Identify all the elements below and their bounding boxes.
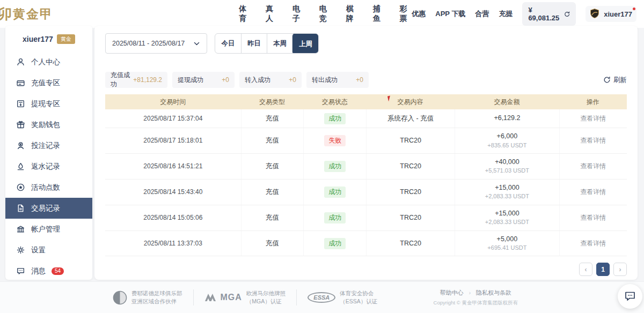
privacy-terms-link[interactable]: 隐私权与条款 [476,289,511,297]
nav-item-slots[interactable]: 电子 [292,4,305,24]
tab-last-week[interactable]: 上周 [292,33,319,54]
sidebar-item-label: 消息 [31,266,46,276]
summary-row: 充值成功 +81,129.2 提现成功 +0 转入成功 +0 转出成功 +0 刷… [105,72,627,88]
col-header-type: 交易类型 [241,94,304,109]
sidebar-item-messages[interactable]: 消息 54 [5,260,92,280]
view-details-link[interactable]: 查看详情 [580,213,606,222]
summary-value: +0 [222,76,229,84]
logo[interactable]: 卯 黄金甲 [0,5,72,24]
help-center-link[interactable]: 帮助中心 [440,289,463,297]
sidebar-item-reward-wallet[interactable]: 奖励钱包 [5,114,92,135]
view-details-link[interactable]: 查看详情 [580,136,606,145]
wallet-icon [16,78,25,87]
nav-item-fishing[interactable]: 捕鱼 [373,4,385,24]
txn-status: 失败 [303,128,366,153]
page-1-button[interactable]: 1 [596,263,610,276]
atm-icon [16,99,25,108]
refresh-icon [603,76,611,84]
bank-icon [16,225,25,234]
summary-label: 转入成功 [245,76,270,85]
link-app-download[interactable]: APP 下载 [435,9,465,19]
txn-action: 查看详情 [559,180,627,205]
nav-item-cards[interactable]: 棋牌 [346,4,358,24]
transaction-records-panel: 2025/08/11 - 2025/08/17 今日 昨日 本周 上周 充值成功… [94,26,638,280]
tab-today[interactable]: 今日 [215,34,241,53]
balance-pill[interactable]: ¥ 69,081.25 [522,2,576,26]
sidebar-item-withdraw[interactable]: 提现专区 [5,93,92,114]
tab-yesterday[interactable]: 昨日 [241,34,267,53]
table-row: 2025/08/14 15:05:06 充值 成功 TRC20 +15,000+… [105,205,627,231]
view-details-link[interactable]: 查看详情 [580,188,606,197]
link-separator-icon: › [469,289,471,296]
sidebar-item-account-management[interactable]: 帐户管理 [5,219,92,240]
txn-time: 2025/08/11 13:37:03 [105,231,241,256]
txn-type: 充值 [241,180,304,205]
bet-record-icon [16,141,25,150]
txn-content: TRC20 [366,180,455,205]
prev-page-button[interactable]: ‹ [579,263,592,276]
next-page-button[interactable]: › [613,263,627,276]
filter-row: 2025/08/11 - 2025/08/17 今日 昨日 本周 上周 [105,33,627,54]
refresh-balance-icon[interactable] [564,11,570,18]
view-details-link[interactable]: 查看详情 [580,239,606,248]
txn-content: TRC20 [366,205,455,230]
customer-service-button[interactable] [618,284,642,309]
mouse-cursor [387,96,391,102]
sidebar-item-activity-points[interactable]: 活动点数 [5,177,92,198]
nav-item-lottery[interactable]: 彩票 [399,4,412,24]
footer: 费耶诺德足球俱乐部 亚洲区域合作伙伴 MGA 欧洲马尔他牌照 （MGA）认证 E… [0,281,644,313]
link-promotions[interactable]: 优惠 [412,9,426,19]
copyright-text: Copyright © 黄金甲体育集团版权所有 [434,300,518,307]
txn-time: 2025/08/16 14:51:21 [105,154,241,179]
logo-icon: 卯 [0,5,12,24]
txn-action: 查看详情 [559,205,627,230]
sidebar-item-bet-records[interactable]: 投注记录 [5,135,92,156]
sidebar-user: xiuer177 黄金 [5,31,92,47]
mga-logo-text: MGA [221,293,242,302]
table-row: 2025/08/17 15:37:04 充值 成功 系统存入 - 充值 +6,1… [105,109,627,128]
main-nav: 体育 真人 电子 电竞 棋牌 捕鱼 彩票 [239,4,412,24]
summary-label: 转出成功 [312,76,338,85]
view-details-link[interactable]: 查看详情 [580,162,606,171]
txn-action: 查看详情 [559,128,627,153]
sidebar-item-deposit[interactable]: 充值专区 [5,72,92,93]
status-badge: 成功 [324,212,346,223]
txn-type: 充值 [241,231,304,256]
txn-status: 成功 [303,154,366,179]
essa-logo-icon: ESSA [308,292,335,303]
mga-logo-icon [204,292,216,303]
sidebar-item-rebate-records[interactable]: 返水记录 [5,156,92,177]
nav-item-esports[interactable]: 电竞 [319,4,332,24]
nav-item-sports[interactable]: 体育 [239,4,251,24]
footer-links: 帮助中心 › 隐私权与条款 [434,289,518,297]
table-row: 2025/08/17 15:18:01 充值 失败 TRC20 +6,000+8… [105,128,627,154]
transactions-table: 交易时间 交易类型 交易状态 交易内容 交易金额 操作 2025/08/17 1… [105,94,627,256]
table-row: 2025/08/11 13:37:03 充值 成功 TRC20 +5,000+6… [105,231,627,257]
partner-text: 欧洲马尔他牌照 （MGA）认证 [246,289,286,305]
txn-amount: +6,000+835.65 USDT [455,128,559,153]
partner-mga: MGA 欧洲马尔他牌照 （MGA）认证 [204,289,286,305]
header-right: 优惠 APP 下载 合营 充提 ¥ 69,081.25 xiuer177 [412,2,636,26]
balance-amount: ¥ 69,081.25 [528,6,560,22]
refresh-button[interactable]: 刷新 [603,76,627,85]
date-range-picker[interactable]: 2025/08/11 - 2025/08/17 [105,33,207,54]
sidebar-item-settings[interactable]: 设置 [5,240,92,260]
sidebar-item-label: 奖励钱包 [31,120,60,130]
link-deposit-withdraw[interactable]: 充提 [499,9,513,19]
sidebar-item-personal-center[interactable]: 个人中心 [5,51,92,72]
txn-action: 查看详情 [559,154,627,179]
footer-divider [193,289,194,305]
txn-status: 成功 [303,180,366,205]
sidebar-item-transaction-records[interactable]: 交易记录 [5,198,92,219]
document-icon [16,204,25,213]
table-header-row: 交易时间 交易类型 交易状态 交易内容 交易金额 操作 [105,94,627,109]
nav-item-live[interactable]: 真人 [266,4,278,24]
col-header-action: 操作 [559,94,627,109]
tab-this-week[interactable]: 本周 [267,34,292,53]
user-menu[interactable]: xiuer177 [586,6,636,22]
vip-level-badge: 黄金 [57,34,75,44]
link-affiliate[interactable]: 合营 [475,9,489,19]
txn-status: 成功 [303,231,366,256]
view-details-link[interactable]: 查看详情 [580,114,606,123]
pagination: ‹ 1 › [105,263,627,276]
